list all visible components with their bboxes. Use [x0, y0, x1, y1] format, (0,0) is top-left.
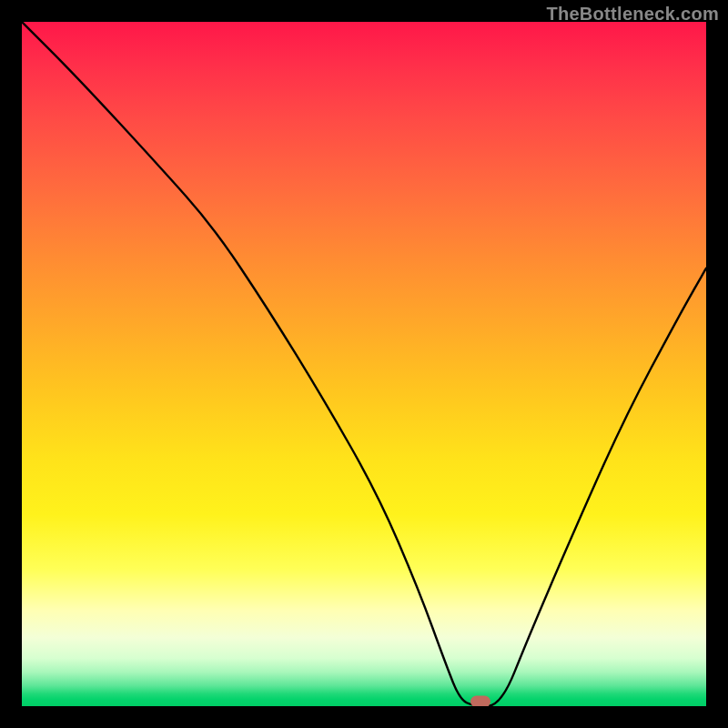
- bottleneck-curve-svg: [22, 22, 706, 706]
- optimal-marker: [470, 696, 490, 706]
- plot-area: [22, 22, 706, 706]
- watermark-text: TheBottleneck.com: [546, 4, 719, 25]
- chart-frame: TheBottleneck.com: [0, 0, 728, 728]
- bottleneck-curve-path: [22, 22, 706, 706]
